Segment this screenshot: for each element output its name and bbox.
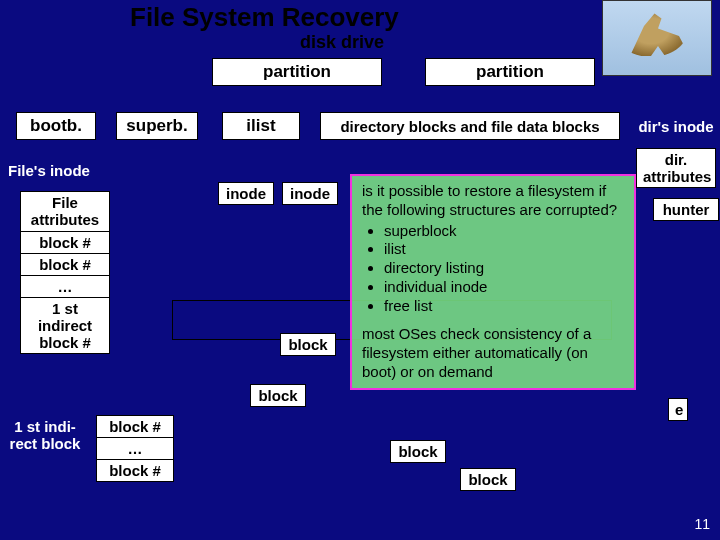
ind-dots: … — [96, 437, 174, 460]
callout-item-5: free list — [384, 297, 624, 316]
callout-item-3: directory listing — [384, 259, 624, 278]
ilist-box: ilist — [222, 112, 300, 140]
callout-item-4: individual inode — [384, 278, 624, 297]
ind-block-1: block # — [96, 415, 174, 438]
indirect-block-column: block # … block # — [96, 416, 174, 482]
dir-attributes-box: dir. attributes — [636, 148, 716, 188]
dinosaur-image — [602, 0, 712, 76]
e-box: e — [668, 398, 688, 421]
partition-box-1: partition — [212, 58, 382, 86]
file-dots: … — [20, 275, 110, 298]
superb-box: superb. — [116, 112, 198, 140]
bootb-box: bootb. — [16, 112, 96, 140]
callout-overlay: is it possible to restore a filesystem i… — [350, 174, 636, 390]
callout-answer: most OSes check consistency of a filesys… — [362, 325, 624, 381]
dirs-inode-label: dir's inode — [632, 118, 720, 135]
hunter-box: hunter — [653, 198, 719, 221]
partition-box-2: partition — [425, 58, 595, 86]
page-title: File System Recovery — [130, 2, 399, 33]
block-box-4: block — [460, 468, 516, 491]
ind-block-2: block # — [96, 459, 174, 482]
subtitle-disk-drive: disk drive — [300, 32, 384, 53]
dir-data-box: directory blocks and file data blocks — [320, 112, 620, 140]
block-box-2: block — [250, 384, 306, 407]
callout-item-1: superblock — [384, 222, 624, 241]
files-inode-label: File's inode — [8, 162, 90, 179]
file-inode-column: File attributes block # block # … 1 st i… — [20, 192, 110, 354]
first-indirect-label: 1 st indi- rect block — [0, 418, 90, 452]
file-block-1: block # — [20, 231, 110, 254]
callout-list: superblock ilist directory listing indiv… — [362, 222, 624, 316]
block-box-3: block — [390, 440, 446, 463]
file-attributes-cell: File attributes — [20, 191, 110, 232]
callout-question: is it possible to restore a filesystem i… — [362, 182, 624, 220]
callout-item-2: ilist — [384, 240, 624, 259]
inode-cell-2: inode — [282, 182, 338, 205]
file-first-indirect: 1 st indirect block # — [20, 297, 110, 355]
slide-number: 11 — [694, 516, 710, 532]
file-block-2: block # — [20, 253, 110, 276]
block-box-1: block — [280, 333, 336, 356]
inode-cell-1: inode — [218, 182, 274, 205]
